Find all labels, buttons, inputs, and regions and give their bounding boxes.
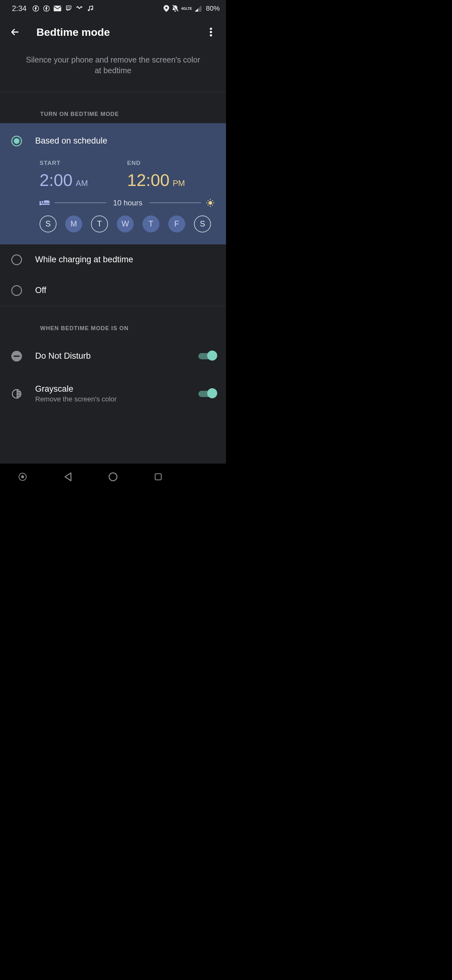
svg-point-10 xyxy=(210,31,212,33)
svg-line-20 xyxy=(212,200,213,201)
dnd-icon xyxy=(11,351,22,361)
end-ampm: PM xyxy=(173,178,185,188)
start-time: 2:00 xyxy=(40,170,73,190)
svg-point-32 xyxy=(22,476,24,478)
sun-icon xyxy=(206,199,215,207)
radio-schedule[interactable] xyxy=(11,136,22,146)
day-chip-2[interactable]: T xyxy=(91,215,108,232)
battery-percent: 80% xyxy=(206,5,220,13)
end-label: END xyxy=(127,159,215,167)
svg-rect-24 xyxy=(14,356,20,357)
nav-home-button[interactable] xyxy=(103,468,122,486)
section-turn-on: TURN ON BEDTIME MODE xyxy=(0,92,226,123)
signal-icon xyxy=(195,5,201,12)
radio-off[interactable] xyxy=(11,285,22,296)
svg-rect-4 xyxy=(68,7,68,8)
start-label: START xyxy=(40,159,127,167)
missed-call-icon xyxy=(76,5,83,12)
status-time: 2:34 xyxy=(12,4,27,13)
option-schedule-label: Based on schedule xyxy=(35,136,107,146)
option-off-label: Off xyxy=(35,286,46,295)
duration-row: 10 hours xyxy=(11,199,215,207)
svg-line-22 xyxy=(212,204,213,205)
svg-rect-3 xyxy=(69,7,70,8)
day-chip-1[interactable]: M xyxy=(65,215,82,232)
overflow-menu-button[interactable] xyxy=(203,24,219,40)
svg-rect-12 xyxy=(40,204,49,205)
start-time-picker[interactable]: START 2:00 AM xyxy=(40,159,127,190)
svg-line-21 xyxy=(208,204,208,205)
page-title: Bedtime mode xyxy=(36,26,203,38)
grayscale-toggle[interactable] xyxy=(198,391,215,397)
nav-recent-button[interactable] xyxy=(149,468,168,486)
setting-grayscale[interactable]: Grayscale Remove the screen's color xyxy=(0,375,226,413)
facebook-icon xyxy=(32,5,39,12)
dnd-title: Do Not Disturb xyxy=(35,351,185,361)
end-time-picker[interactable]: END 12:00 PM xyxy=(127,159,215,190)
bed-icon xyxy=(40,200,49,206)
svg-rect-34 xyxy=(155,474,161,480)
start-ampm: AM xyxy=(76,178,88,188)
page-subtitle: Silence your phone and remove the screen… xyxy=(0,47,226,92)
data-icon: 4GLTE xyxy=(181,7,192,10)
setting-dnd[interactable]: Do Not Disturb xyxy=(0,337,226,375)
svg-point-11 xyxy=(210,34,212,37)
location-icon xyxy=(163,5,169,12)
dnd-status-icon xyxy=(172,5,179,12)
option-schedule[interactable]: Based on schedule xyxy=(11,123,215,154)
option-charging-label: While charging at bedtime xyxy=(35,255,133,264)
nav-bar xyxy=(0,464,226,490)
day-chip-4[interactable]: T xyxy=(143,215,159,232)
section-when-on: WHEN BEDTIME MODE IS ON xyxy=(0,306,226,337)
dnd-toggle[interactable] xyxy=(198,353,215,360)
nav-back-button[interactable] xyxy=(59,468,77,486)
option-charging[interactable]: While charging at bedtime xyxy=(0,244,226,275)
svg-point-9 xyxy=(210,28,212,30)
back-button[interactable] xyxy=(8,24,22,40)
svg-line-23 xyxy=(208,200,208,201)
app-bar: Bedtime mode xyxy=(0,17,226,47)
end-time: 12:00 xyxy=(127,170,170,190)
nav-assistant-button[interactable] xyxy=(13,468,32,486)
facebook-icon-2 xyxy=(43,5,50,12)
day-chip-3[interactable]: W xyxy=(117,215,134,232)
svg-point-33 xyxy=(109,473,117,481)
status-bar: 2:34 4GLTE 80% xyxy=(0,0,226,17)
option-off[interactable]: Off xyxy=(0,275,226,306)
days-row: SMTWTFS xyxy=(11,215,215,232)
grayscale-sub: Remove the screen's color xyxy=(35,395,185,403)
mail-icon xyxy=(54,6,61,11)
svg-point-15 xyxy=(208,201,212,205)
grayscale-title: Grayscale xyxy=(35,384,185,394)
svg-rect-13 xyxy=(40,201,41,205)
twitch-icon xyxy=(65,5,72,12)
grayscale-icon xyxy=(11,388,22,399)
svg-point-14 xyxy=(41,201,43,203)
duration-text: 10 hours xyxy=(111,199,144,207)
radio-charging[interactable] xyxy=(11,255,22,265)
day-chip-6[interactable]: S xyxy=(194,215,211,232)
day-chip-0[interactable]: S xyxy=(40,215,57,232)
day-chip-5[interactable]: F xyxy=(168,215,185,232)
music-icon xyxy=(87,5,94,12)
schedule-panel: Based on schedule START 2:00 AM END 12:0… xyxy=(0,123,226,244)
